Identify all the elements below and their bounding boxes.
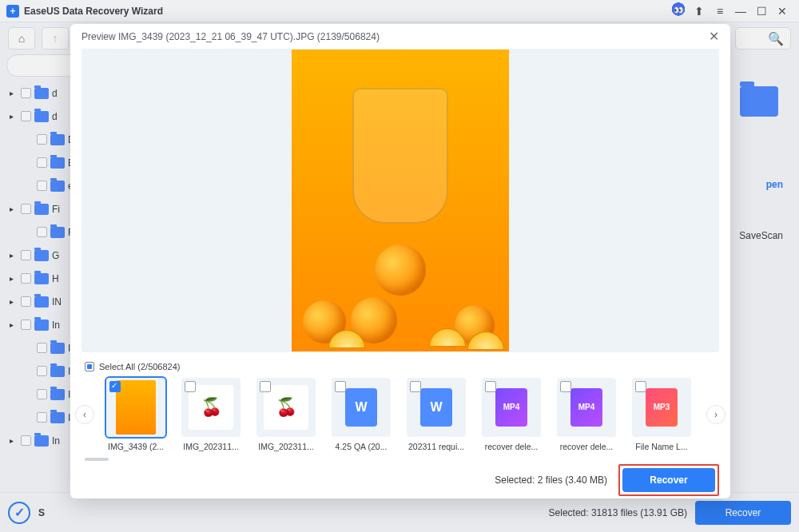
- thumb-caption: IMG_202311...: [177, 442, 244, 451]
- thumb-checkbox[interactable]: [335, 381, 346, 392]
- close-icon[interactable]: ✕: [709, 29, 719, 44]
- thumb-checkbox[interactable]: [109, 381, 121, 392]
- preview-image: [292, 50, 509, 351]
- thumb-caption: 4.25 QA (20...: [328, 442, 395, 451]
- thumb-caption: 202311 requi...: [403, 442, 470, 451]
- modal-title: Preview IMG_3439 (2023_12_21 06_39_47 UT…: [81, 31, 380, 42]
- thumb-checkbox[interactable]: [185, 381, 196, 392]
- recover-highlight: Recover: [618, 464, 719, 496]
- modal-header: Preview IMG_3439 (2023_12_21 06_39_47 UT…: [70, 24, 730, 49]
- thumb-caption: recover dele...: [478, 442, 545, 451]
- thumb-caption: IMG_3439 (2...: [102, 442, 169, 451]
- strip-next-button[interactable]: ›: [706, 405, 725, 424]
- thumbnail[interactable]: MP3 File Name L...: [628, 378, 695, 451]
- select-all-checkbox[interactable]: [85, 362, 94, 371]
- thumbnail[interactable]: IMG_202311...: [177, 378, 244, 451]
- thumbnail[interactable]: IMG_3439 (2...: [102, 378, 169, 451]
- thumb-checkbox[interactable]: [635, 381, 646, 392]
- strip-prev-button[interactable]: ‹: [75, 405, 94, 424]
- thumb-checkbox[interactable]: [485, 381, 496, 392]
- select-all-row[interactable]: Select All (2/506824): [70, 357, 730, 376]
- recover-button[interactable]: Recover: [622, 468, 715, 492]
- preview-area: [81, 49, 719, 352]
- thumb-checkbox[interactable]: [260, 381, 271, 392]
- scrollbar[interactable]: [85, 458, 716, 462]
- preview-modal: Preview IMG_3439 (2023_12_21 06_39_47 UT…: [70, 24, 730, 498]
- modal-footer: Selected: 2 files (3.40 MB) Recover: [70, 462, 730, 498]
- thumbnail-strip: IMG_3439 (2... IMG_202311... IMG_202311.…: [99, 376, 702, 453]
- thumbnail[interactable]: IMG_202311...: [252, 378, 320, 451]
- modal-selected-text: Selected: 2 files (3.40 MB): [495, 474, 607, 486]
- thumb-caption: File Name L...: [628, 442, 695, 451]
- thumb-checkbox[interactable]: [560, 381, 571, 392]
- thumbnail[interactable]: W 202311 requi...: [403, 378, 470, 451]
- thumb-checkbox[interactable]: [410, 381, 421, 392]
- select-all-label: Select All (2/506824): [99, 362, 181, 371]
- thumb-caption: IMG_202311...: [252, 442, 320, 451]
- thumbnail[interactable]: MP4 recover dele...: [478, 378, 545, 451]
- thumb-caption: recover dele...: [553, 442, 620, 451]
- thumbnail[interactable]: W 4.25 QA (20...: [328, 378, 395, 451]
- thumbnail[interactable]: MP4 recover dele...: [553, 378, 620, 451]
